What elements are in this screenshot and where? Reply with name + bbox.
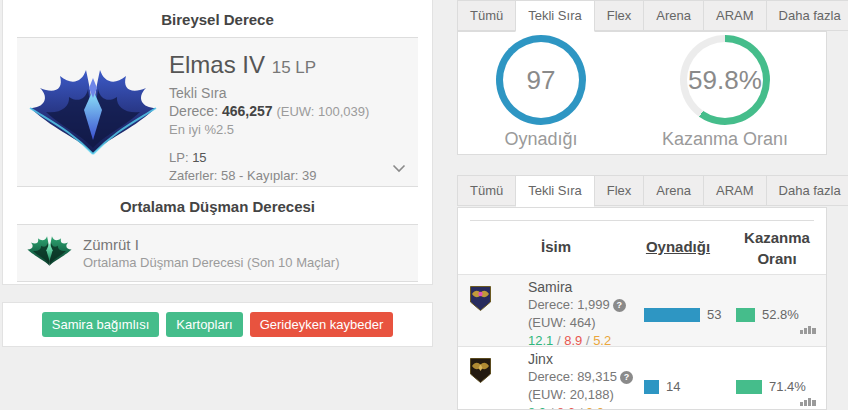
kda-assists: 9.0	[586, 405, 604, 410]
rank-card: Elmas IV 15 LP Tekli Sıra Derece: 466,25…	[17, 37, 418, 187]
header-winrate[interactable]: Kazanma Oranı	[730, 227, 825, 269]
champion-table-header: İsim Oynadığı Kazanma Oranı	[458, 221, 826, 274]
header-name[interactable]: İsim	[541, 238, 571, 255]
champion-rank: Derece: 89,315	[528, 369, 617, 384]
champion-name: Jinx	[528, 350, 633, 368]
champion-info: Jinx Derece: 89,315? (EUW: 20,188) 8.3 /…	[528, 350, 633, 410]
champion-rank-line: Derece: 1,999?	[528, 296, 626, 314]
rank-tier-line: Elmas IV 15 LP	[169, 50, 369, 83]
question-mark-icon[interactable]: ?	[620, 371, 633, 384]
played-bar-group: 53	[644, 307, 721, 322]
kda-kills: 8.3	[528, 405, 546, 410]
winrate-ring: 59.8%	[680, 35, 770, 125]
winrate-value: 59.8%	[688, 65, 762, 96]
lp-value: 15	[192, 150, 206, 165]
rank-ladder-value: 466,257	[222, 103, 273, 119]
tag-loses-when-behind[interactable]: Gerideyken kaybeder	[250, 312, 394, 337]
winrate-bar	[736, 308, 755, 322]
champion-region-rank: (EUW: 20,188)	[528, 386, 633, 404]
summary-stats-panel: 97 Oynadığı 59.8% Kazanma Oranı	[457, 31, 827, 155]
winrate-bar-group: 52.8%	[736, 307, 799, 322]
tab-flex[interactable]: Flex	[594, 175, 645, 206]
played-bar	[644, 308, 700, 322]
enemy-tier: Zümrüt I	[83, 235, 339, 254]
rank-ladder-line: Derece: 466,257 (EUW: 100,039)	[169, 102, 369, 121]
rank-top-percent: En iyi %2.5	[169, 121, 369, 139]
kda-deaths: 8.6	[557, 405, 575, 410]
champion-crest-icon	[469, 285, 492, 316]
playstyle-tags-panel: Samira bağımlısı Kartopları Gerideyken k…	[2, 302, 433, 347]
rank-ladder-prefix: Derece:	[169, 103, 218, 119]
rank-lp-line: LP: 15	[169, 149, 369, 167]
tab-daha-fazla[interactable]: Daha fazla	[766, 0, 848, 31]
tag-snowballer[interactable]: Kartopları	[166, 312, 242, 337]
kda-separator: /	[550, 405, 554, 410]
played-bar-group: 14	[644, 379, 680, 394]
table-row-jinx[interactable]: Jinx Derece: 89,315? (EUW: 20,188) 8.3 /…	[458, 346, 826, 410]
rank-queue: Tekli Sıra	[169, 84, 369, 102]
queue-tabbar-top: Tümü Tekli Sıra Flex Arena ARAM Daha faz…	[457, 0, 827, 31]
bar-chart-icon[interactable]	[800, 320, 816, 338]
enemy-subtitle: Ortalama Düşman Derecesi (Son 10 Maçlar)	[83, 254, 339, 272]
played-ring: 97	[496, 35, 586, 125]
rank-record: Zaferler: 58 - Kayıplar: 39	[169, 167, 369, 185]
tab-arena[interactable]: Arena	[643, 0, 704, 31]
winrate-value: 52.8%	[762, 307, 799, 322]
kda-separator: /	[579, 405, 583, 410]
champion-info: Samira Derece: 1,999? (EUW: 464) 12.1 / …	[528, 278, 626, 350]
champion-stats-panel: İsim Oynadığı Kazanma Oranı Samira Derec…	[457, 207, 827, 410]
played-bar	[644, 380, 659, 394]
tab-aram[interactable]: ARAM	[703, 0, 767, 31]
tab-aram[interactable]: ARAM	[703, 175, 767, 206]
champion-region-rank: (EUW: 464)	[528, 314, 626, 332]
champion-name: Samira	[528, 278, 626, 296]
personal-rank-panel: Bireysel Derece	[2, 0, 433, 285]
tab-daha-fazla-label: Daha fazla	[779, 183, 841, 198]
tab-daha-fazla-label: Daha fazla	[779, 8, 841, 23]
tab-flex[interactable]: Flex	[594, 0, 645, 31]
header-played[interactable]: Oynadığı	[646, 238, 710, 255]
lp-label: LP:	[169, 150, 189, 165]
tab-arena[interactable]: Arena	[643, 175, 704, 206]
played-label: Oynadığı	[504, 129, 577, 150]
tab-tumu[interactable]: Tümü	[457, 0, 516, 31]
rank-lp: 15 LP	[272, 58, 316, 77]
question-mark-icon[interactable]: ?	[613, 299, 626, 312]
winrate-stat: 59.8% Kazanma Oranı	[662, 32, 788, 154]
winrate-bar-group: 71.4%	[736, 379, 806, 394]
champion-crest-icon	[469, 357, 492, 388]
tab-tekli-sira[interactable]: Tekli Sıra	[515, 175, 594, 207]
played-stat: 97 Oynadığı	[496, 32, 586, 154]
table-row-samira[interactable]: Samira Derece: 1,999? (EUW: 464) 12.1 / …	[458, 274, 826, 346]
personal-rank-title: Bireysel Derece	[3, 0, 432, 37]
champion-rank-line: Derece: 89,315?	[528, 368, 633, 386]
tag-samira-addict[interactable]: Samira bağımlısı	[42, 312, 160, 337]
tab-tumu[interactable]: Tümü	[457, 175, 516, 206]
emerald-emblem-icon	[26, 234, 73, 272]
chevron-down-icon[interactable]	[392, 159, 406, 177]
champion-kda: 8.3 / 8.6 / 9.0	[528, 404, 633, 410]
winrate-label: Kazanma Oranı	[662, 129, 788, 150]
queue-tabbar-bottom: Tümü Tekli Sıra Flex Arena ARAM Daha faz…	[457, 175, 827, 206]
played-count: 14	[666, 379, 680, 394]
enemy-rank-card: Zümrüt I Ortalama Düşman Derecesi (Son 1…	[17, 224, 418, 282]
diamond-emblem-icon	[17, 38, 169, 186]
champion-rank: Derece: 1,999	[528, 297, 610, 312]
tab-tekli-sira[interactable]: Tekli Sıra	[515, 0, 594, 32]
tab-daha-fazla[interactable]: Daha fazla	[766, 175, 848, 206]
rank-tier: Elmas IV	[169, 51, 265, 78]
played-count: 53	[707, 307, 721, 322]
bar-chart-icon[interactable]	[800, 392, 816, 410]
winrate-bar	[736, 380, 762, 394]
played-value: 97	[527, 65, 556, 96]
enemy-rank-title: Ortalama Düşman Derecesi	[3, 187, 432, 224]
rank-ladder-region: (EUW: 100,039)	[276, 104, 369, 119]
